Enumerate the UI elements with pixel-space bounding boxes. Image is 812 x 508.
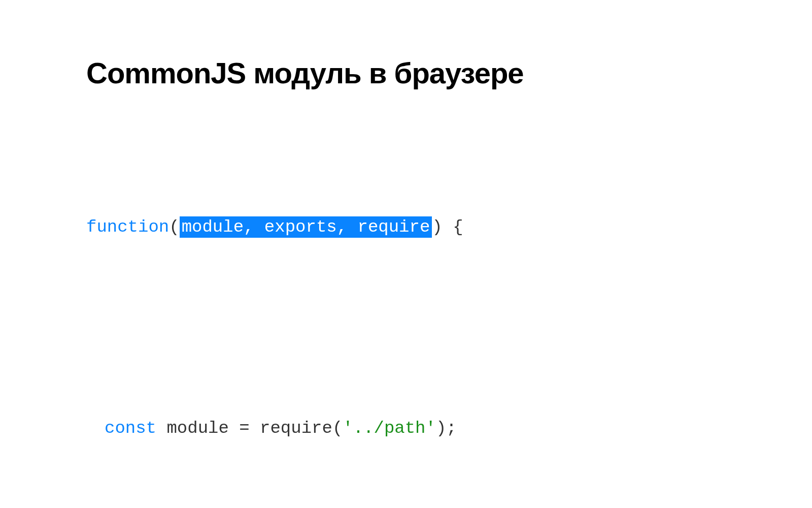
token-line-end: );	[436, 419, 457, 438]
slide: CommonJS модуль в браузере function(modu…	[0, 0, 812, 508]
token-open-paren: (	[169, 217, 179, 237]
token-keyword-const: const	[105, 419, 156, 438]
token-keyword-function: function	[86, 217, 169, 237]
code-block: function(module, exports, require) { con…	[86, 141, 726, 508]
slide-title: CommonJS модуль в браузере	[86, 56, 726, 90]
code-line-2: const module = require('../path');	[86, 411, 726, 446]
token-close-paren-brace: ) {	[432, 217, 463, 237]
token-assign: module = require(	[156, 419, 343, 438]
token-string-path: '../path'	[343, 419, 436, 438]
token-highlighted-params: module, exports, require	[180, 216, 432, 238]
code-line-1: function(module, exports, require) {	[86, 210, 726, 244]
blank-gap	[86, 313, 726, 342]
